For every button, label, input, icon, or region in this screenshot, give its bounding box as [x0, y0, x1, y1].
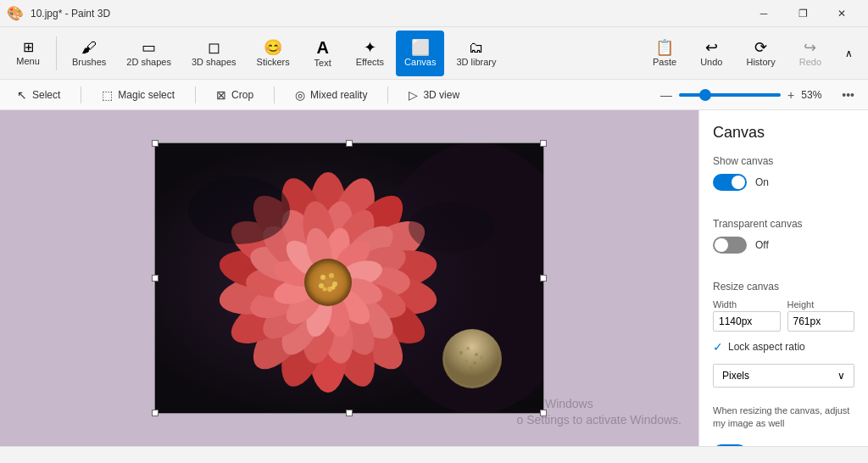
history-button[interactable]: ⟳ History	[737, 31, 783, 76]
sec-separator-3	[274, 86, 275, 103]
status-bar	[0, 446, 868, 463]
restore-button[interactable]: ❐	[783, 0, 822, 27]
canvas-area[interactable]: ivate Windows o Settings to activate Win…	[0, 110, 698, 446]
toolbar-separator-1	[56, 36, 57, 70]
magic-select-label: Magic select	[118, 89, 175, 101]
toolbar-right: 📋 Paste ↩ Undo ⟳ History ↪ Redo ∧	[644, 31, 861, 76]
select-icon: ↖	[17, 88, 27, 102]
svg-point-66	[480, 356, 483, 360]
undo-button[interactable]: ↩ Undo	[692, 31, 731, 76]
effects-icon: ✦	[364, 40, 376, 55]
svg-point-69	[409, 202, 493, 253]
tool-effects[interactable]: ✦ Effects	[348, 31, 392, 76]
main-area: ivate Windows o Settings to activate Win…	[0, 110, 868, 446]
minimize-button[interactable]: ─	[744, 0, 783, 27]
show-canvas-toggle[interactable]	[713, 174, 747, 191]
height-field: Height	[787, 299, 855, 332]
svg-point-68	[188, 176, 290, 244]
3dshapes-label: 3D shapes	[192, 57, 236, 67]
svg-point-52	[320, 275, 326, 280]
adjust-section: On	[699, 438, 868, 446]
transparent-canvas-knob	[715, 238, 728, 252]
adjust-toggle[interactable]	[713, 444, 747, 446]
paste-button[interactable]: 📋 Paste	[644, 31, 685, 76]
resize-canvas-title: Resize canvas	[699, 274, 868, 296]
window-title: 10.jpg* - Paint 3D	[31, 8, 110, 20]
select-tool[interactable]: ↖ Select	[10, 85, 67, 105]
effects-label: Effects	[356, 57, 384, 67]
svg-point-58	[331, 286, 336, 290]
tool-text[interactable]: A Text	[302, 31, 344, 76]
collapse-toolbar-button[interactable]: ∧	[837, 31, 861, 76]
main-toolbar: ⊞ Menu 🖌 Brushes ▭ 2D shapes ◻ 3D shapes…	[0, 27, 868, 80]
tool-3dlibrary[interactable]: 🗂 3D library	[448, 31, 504, 76]
lock-aspect-row[interactable]: ✓ Lock aspect ratio	[699, 338, 868, 360]
collapse-icon: ∧	[845, 47, 853, 59]
pixels-dropdown[interactable]: Pixels ∨	[713, 364, 854, 388]
zoom-in-button[interactable]: +	[787, 88, 794, 102]
width-input[interactable]	[713, 311, 781, 332]
zoom-slider[interactable]	[679, 93, 781, 97]
stickers-label: Stickers	[257, 57, 290, 67]
mixed-reality-tool[interactable]: ◎ Mixed reality	[288, 85, 374, 105]
brushes-icon: 🖌	[81, 40, 97, 55]
close-button[interactable]: ✕	[822, 0, 861, 27]
3d-view-tool[interactable]: ▷ 3D view	[402, 85, 466, 105]
svg-point-61	[459, 351, 463, 354]
svg-point-56	[319, 283, 324, 288]
magic-select-tool[interactable]: ⬚ Magic select	[95, 85, 181, 105]
mixed-reality-label: Mixed reality	[310, 89, 367, 101]
title-bar-left: 🎨 10.jpg* - Paint 3D	[7, 5, 110, 21]
redo-label: Redo	[799, 57, 821, 67]
stickers-icon: 😊	[264, 40, 282, 55]
undo-icon: ↩	[705, 40, 718, 55]
tool-brushes[interactable]: 🖌 Brushes	[64, 31, 114, 76]
redo-button[interactable]: ↪ Redo	[791, 31, 830, 76]
show-canvas-section: Show canvas On	[699, 148, 868, 204]
height-input[interactable]	[787, 311, 855, 332]
svg-point-53	[329, 273, 334, 278]
2dshapes-label: 2D shapes	[126, 57, 171, 67]
show-canvas-label: Show canvas	[713, 155, 854, 167]
select-label: Select	[32, 89, 60, 101]
tool-3dshapes[interactable]: ◻ 3D shapes	[183, 31, 245, 76]
resize-inputs: Width Height	[699, 296, 868, 338]
right-panel: Canvas Show canvas On Transparent canvas…	[698, 110, 868, 446]
show-canvas-value: On	[755, 176, 769, 188]
svg-point-64	[465, 360, 468, 363]
title-bar-controls: ─ ❐ ✕	[744, 0, 861, 27]
svg-point-57	[323, 287, 327, 292]
brushes-label: Brushes	[72, 57, 106, 67]
crop-tool[interactable]: ⊠ Crop	[209, 85, 260, 105]
adjust-label: When resizing the canvas, adjust my imag…	[699, 401, 868, 438]
tool-2dshapes[interactable]: ▭ 2D shapes	[118, 31, 180, 76]
3dlibrary-label: 3D library	[456, 57, 496, 67]
pixels-chevron-icon: ∨	[837, 370, 845, 382]
undo-label: Undo	[700, 57, 722, 67]
crop-label: Crop	[231, 89, 253, 101]
tool-stickers[interactable]: 😊 Stickers	[248, 31, 298, 76]
menu-button[interactable]: ⊞ Menu	[7, 31, 49, 76]
transparent-canvas-toggle[interactable]	[713, 237, 747, 254]
zoom-out-button[interactable]: —	[660, 88, 672, 102]
flower-svg	[154, 142, 544, 414]
width-field: Width	[713, 299, 781, 332]
transparent-canvas-section: Transparent canvas Off	[699, 211, 868, 267]
transparent-canvas-value: Off	[755, 239, 769, 251]
check-icon: ✓	[713, 340, 723, 354]
menu-label: Menu	[16, 56, 40, 66]
tool-canvas[interactable]: ⬜ Canvas	[396, 31, 444, 76]
text-icon: A	[316, 39, 328, 56]
svg-point-60	[444, 331, 500, 387]
menu-icon: ⊞	[23, 41, 34, 54]
show-canvas-knob	[732, 176, 745, 189]
more-button[interactable]: •••	[838, 85, 858, 105]
image-container	[154, 142, 544, 414]
sec-separator-2	[195, 86, 196, 103]
text-label: Text	[314, 58, 331, 68]
secondary-toolbar: ↖ Select ⬚ Magic select ⊠ Crop ◎ Mixed r…	[0, 80, 868, 110]
lock-aspect-label: Lock aspect ratio	[728, 341, 805, 353]
zoom-percent: 53%	[801, 89, 832, 101]
canvas-image	[154, 142, 544, 414]
canvas-icon: ⬜	[411, 40, 430, 55]
